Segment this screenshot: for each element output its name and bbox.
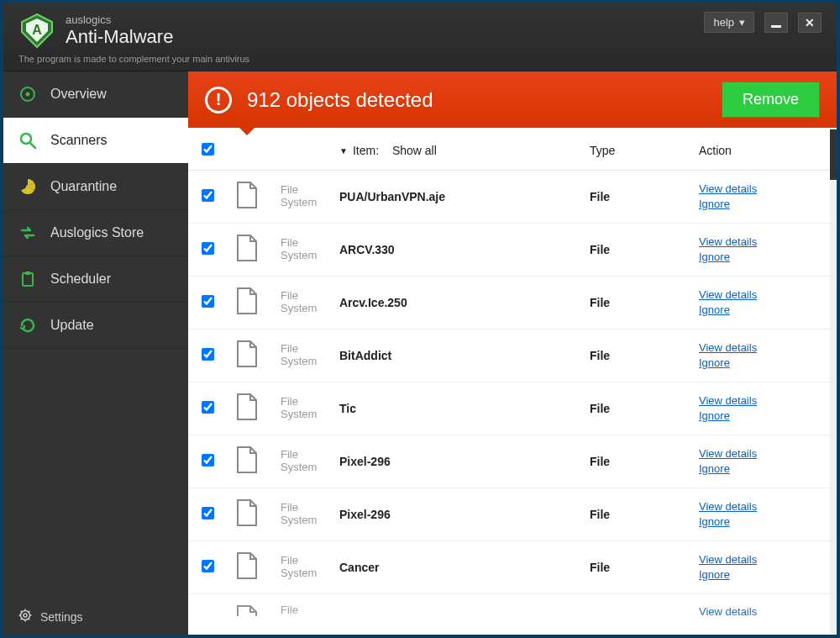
file-icon (235, 393, 281, 424)
row-checkbox[interactable] (202, 348, 214, 361)
svg-line-18 (29, 619, 30, 620)
minimize-button[interactable] (764, 13, 788, 33)
row-item-name: Tic (339, 402, 590, 415)
row-category: FileSystem (281, 502, 339, 527)
row-checkbox[interactable] (202, 401, 214, 414)
table-header: ▼ Item: Show all Type Action (188, 128, 830, 171)
view-details-link[interactable]: View details (699, 393, 816, 409)
row-checkbox[interactable] (202, 507, 214, 519)
table-row: File View details (188, 594, 830, 616)
ignore-link[interactable]: Ignore (699, 356, 816, 371)
row-checkbox[interactable] (202, 454, 214, 467)
view-details-link[interactable]: View details (699, 340, 816, 356)
row-item-name: Cancer (339, 561, 590, 574)
svg-point-12 (24, 614, 27, 617)
tagline: The program is made to complement your m… (3, 54, 837, 71)
view-details-link[interactable]: View details (699, 499, 816, 514)
table-row: FileSystemPUA/UrbanVPN.ajeFileView detai… (188, 171, 830, 224)
table-row: FileSystemPixel-296FileView detailsIgnor… (188, 488, 830, 541)
col-item-filter[interactable]: Show all (392, 144, 437, 157)
alert-bar: ! 912 objects detected Remove (188, 71, 837, 128)
row-checkbox[interactable] (202, 189, 214, 202)
row-item-type: File (590, 190, 699, 203)
sidebar-item-store[interactable]: Auslogics Store (3, 210, 188, 256)
sidebar-item-quarantine[interactable]: Quarantine (3, 164, 188, 210)
help-label: help (713, 16, 734, 29)
ignore-link[interactable]: Ignore (699, 197, 816, 212)
sidebar: Overview Scanners Qu (3, 71, 188, 635)
ignore-link[interactable]: Ignore (699, 303, 816, 318)
settings-button[interactable]: Settings (3, 598, 188, 635)
row-item-type: File (590, 455, 699, 468)
scrollbar-thumb[interactable] (830, 129, 837, 180)
sidebar-item-label: Overview (50, 87, 107, 102)
ignore-link[interactable]: Ignore (699, 409, 816, 424)
alert-pointer-icon (239, 127, 255, 135)
alert-text: 912 objects detected (247, 88, 433, 112)
row-item-type: File (590, 561, 699, 574)
table-row: FileSystemARCV.330FileView detailsIgnore (188, 224, 830, 277)
view-details-link[interactable]: View details (699, 446, 816, 461)
svg-rect-3 (771, 25, 781, 28)
scrollbar[interactable] (830, 128, 837, 635)
row-category: FileSystem (281, 555, 339, 580)
view-details-link[interactable]: View details (699, 235, 816, 250)
view-details-link[interactable]: View details (699, 287, 816, 303)
ignore-link[interactable]: Ignore (699, 567, 816, 583)
row-item-type: File (590, 296, 699, 309)
row-checkbox[interactable] (202, 560, 214, 572)
row-item-type: File (590, 349, 699, 362)
row-checkbox[interactable] (202, 242, 214, 255)
app-header: A auslogics Anti-Malware help ▾ ✕ (3, 3, 837, 54)
row-item-name: Arcv.Ice.250 (339, 296, 590, 309)
alert-icon: ! (205, 87, 232, 113)
ignore-link[interactable]: Ignore (699, 461, 816, 477)
remove-button[interactable]: Remove (722, 82, 820, 118)
table-row: FileSystemPixel-296FileView detailsIgnor… (188, 435, 830, 488)
search-icon (18, 131, 37, 150)
file-icon (235, 498, 281, 530)
brand-name: auslogics (66, 13, 173, 26)
help-dropdown[interactable]: help ▾ (704, 12, 754, 33)
sidebar-item-label: Scheduler (50, 272, 111, 287)
file-icon (235, 551, 281, 583)
results-table: ▼ Item: Show all Type Action FileSystemP… (188, 128, 830, 635)
sort-caret-icon[interactable]: ▼ (339, 146, 348, 156)
row-checkbox[interactable] (202, 295, 214, 308)
sidebar-item-label: Quarantine (50, 179, 117, 194)
sidebar-item-update[interactable]: Update (3, 303, 188, 349)
svg-line-19 (21, 619, 23, 620)
svg-text:A: A (32, 23, 42, 37)
file-icon (235, 340, 281, 372)
close-button[interactable]: ✕ (798, 13, 822, 33)
row-item-name: BitAddict (339, 349, 590, 362)
svg-line-17 (21, 611, 23, 613)
sidebar-item-scheduler[interactable]: Scheduler (3, 256, 188, 303)
chevron-down-icon: ▾ (739, 16, 745, 29)
row-item-name: PUA/UrbanVPN.aje (339, 190, 590, 203)
sidebar-item-scanners[interactable]: Scanners (3, 118, 188, 164)
svg-line-20 (29, 611, 30, 613)
row-item-name: ARCV.330 (339, 243, 590, 256)
swap-icon (18, 224, 37, 242)
target-icon (18, 85, 37, 103)
file-icon (235, 446, 281, 477)
select-all-checkbox[interactable] (202, 143, 214, 156)
col-item-prefix: Item: (353, 144, 379, 157)
svg-point-5 (26, 92, 30, 97)
view-details-link[interactable]: View details (699, 552, 816, 567)
ignore-link[interactable]: Ignore (699, 250, 816, 265)
sidebar-item-label: Scanners (50, 133, 108, 148)
row-category: FileSystem (281, 290, 339, 315)
row-category: FileSystem (281, 184, 339, 209)
row-item-name: Pixel-296 (339, 508, 590, 521)
sidebar-item-overview[interactable]: Overview (3, 71, 188, 118)
table-row: FileSystemTicFileView detailsIgnore (188, 382, 830, 435)
view-details-link[interactable]: View details (699, 604, 816, 616)
gear-icon (18, 609, 32, 625)
row-item-type: File (590, 243, 699, 256)
view-details-link[interactable]: View details (699, 182, 816, 197)
logo-block: A auslogics Anti-Malware (18, 12, 173, 49)
ignore-link[interactable]: Ignore (699, 514, 816, 530)
sidebar-item-label: Auslogics Store (50, 225, 144, 240)
